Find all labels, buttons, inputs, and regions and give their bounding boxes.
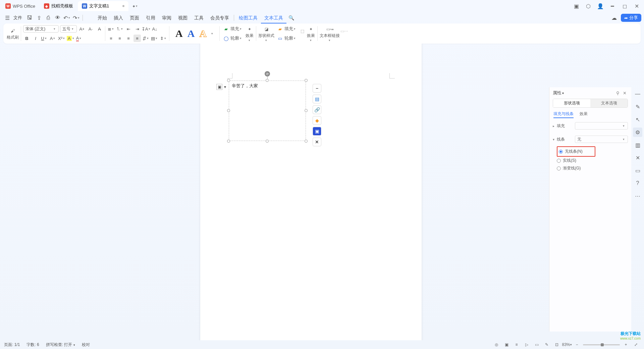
crop-button[interactable]: ▣: [313, 127, 321, 136]
tab-view[interactable]: 视图: [175, 12, 191, 23]
font-size-select[interactable]: 五号▾: [60, 25, 77, 33]
radio-gradient-line[interactable]: 渐变线(G): [557, 164, 628, 172]
edit-icon[interactable]: ✎: [633, 102, 642, 111]
fill-select[interactable]: ▾: [575, 122, 628, 130]
tab-shape-options[interactable]: 形状选项: [553, 99, 590, 107]
search-icon[interactable]: 🔍: [286, 12, 296, 23]
hamburger-icon[interactable]: ☰: [3, 13, 12, 22]
shape-style-button[interactable]: ◪ 形状样式▾: [258, 26, 274, 42]
align-justify-button[interactable]: ≡: [133, 35, 141, 42]
text-direction-button[interactable]: ↧A▾: [142, 25, 150, 33]
tools-icon[interactable]: ✕: [633, 153, 642, 162]
align-left-button[interactable]: ≡: [107, 35, 115, 42]
pin-icon[interactable]: ⚲: [614, 91, 621, 96]
rotate-handle[interactable]: ⟳: [265, 71, 270, 77]
superscript-button[interactable]: X²▾: [58, 35, 65, 42]
tab-tools[interactable]: 工具: [191, 12, 207, 23]
shape-outline-button[interactable]: ▭轮廓▾: [276, 35, 298, 42]
layers-icon[interactable]: ▥: [633, 140, 642, 150]
document-canvas[interactable]: ▣ ▾ ⟳ 辛苦了，大家 − ▤ 🔗 ◆ ▣ ✕: [0, 44, 644, 340]
status-page[interactable]: 页面: 1/1: [4, 342, 20, 348]
view-read-button[interactable]: ▷: [523, 341, 531, 348]
tab-page[interactable]: 页面: [126, 12, 143, 23]
collapse-button[interactable]: −: [313, 84, 321, 93]
resize-handle[interactable]: [305, 109, 308, 112]
wordart-more-button[interactable]: ▾: [209, 30, 215, 37]
anchor-control[interactable]: ▣ ▾: [216, 84, 227, 90]
align-right-button[interactable]: ≡: [125, 35, 132, 42]
zoom-out-button[interactable]: −: [573, 341, 581, 348]
underline-button[interactable]: U▾: [41, 35, 48, 42]
document-tab[interactable]: W 文字文稿1: [78, 1, 128, 11]
status-words[interactable]: 字数: 6: [26, 342, 39, 348]
3d-button[interactable]: ⬚: [298, 28, 307, 40]
settings-icon[interactable]: ⚙: [633, 128, 642, 137]
view-page-button[interactable]: ▣: [502, 341, 511, 348]
template-tab[interactable]: ◆ 找稻壳模板: [40, 1, 77, 11]
format-painter-button[interactable]: 🖌 格式刷: [7, 27, 19, 40]
text-effect-button[interactable]: ✦ 效果▾: [245, 26, 254, 42]
user-avatar-icon[interactable]: 👤: [594, 1, 606, 11]
font-name-select[interactable]: 宋体 (正文)▾: [23, 25, 59, 33]
fit-button[interactable]: ⊡: [553, 341, 561, 348]
resize-handle[interactable]: [266, 140, 269, 143]
wordart-preset-3[interactable]: A: [197, 28, 209, 39]
wrap-text-button[interactable]: ▤: [313, 95, 321, 103]
export-icon[interactable]: ⇪: [34, 13, 44, 22]
chevron-down-icon[interactable]: ▾: [223, 84, 227, 90]
resize-handle[interactable]: [305, 140, 308, 143]
shrink-font-button[interactable]: A-: [87, 25, 94, 33]
select-icon[interactable]: ↖: [633, 115, 642, 124]
zoom-in-button[interactable]: +: [622, 341, 630, 348]
redo-button[interactable]: ↷▾: [72, 13, 81, 22]
textbox-content[interactable]: 辛苦了，大家: [229, 81, 306, 141]
preview-icon[interactable]: 👁: [53, 13, 62, 22]
fill-section-label[interactable]: 填充: [553, 123, 565, 129]
view-tool-button[interactable]: ✎: [543, 341, 551, 348]
new-tab-button[interactable]: +▾: [129, 1, 142, 11]
line-section-label[interactable]: 线条: [553, 137, 565, 142]
wordart-preset-1[interactable]: A: [173, 28, 185, 39]
wordart-preset-2[interactable]: A: [185, 28, 197, 39]
line-select[interactable]: 无▾: [575, 136, 628, 143]
share-button[interactable]: ➦ 分享: [621, 14, 641, 22]
subtab-effect[interactable]: 效果: [580, 111, 588, 118]
undo-button[interactable]: ↶▾: [62, 13, 72, 22]
more-icon[interactable]: ⋯: [633, 191, 642, 201]
font-color-button[interactable]: A▾: [75, 35, 83, 42]
text-fill-button[interactable]: ▰填充▾: [222, 25, 244, 33]
resize-handle[interactable]: [227, 109, 230, 112]
tab-member[interactable]: 会员专享: [207, 12, 232, 23]
grow-font-button[interactable]: A+: [78, 25, 86, 33]
view-outline-button[interactable]: ≡: [513, 341, 521, 348]
status-spellcheck[interactable]: 拼写检查: 打开 ▾: [46, 342, 75, 348]
zoom-slider[interactable]: [583, 344, 620, 345]
cube-icon[interactable]: ⬡: [582, 1, 594, 11]
distribute-button[interactable]: ⇵▾: [142, 35, 150, 42]
resize-handle[interactable]: [227, 140, 230, 143]
save-icon[interactable]: 🖫: [25, 13, 34, 22]
textbox-link-button[interactable]: ▭↝ 文本框链接▾: [320, 26, 340, 42]
columns-button[interactable]: ▤▾: [151, 35, 158, 42]
selected-textbox[interactable]: ⟳ 辛苦了，大家: [229, 81, 306, 141]
tab-start[interactable]: 开始: [94, 12, 110, 23]
radio-solid-line[interactable]: 实线(S): [557, 157, 628, 164]
file-menu[interactable]: 文件: [12, 15, 23, 21]
increase-indent-button[interactable]: ⇥: [133, 25, 141, 33]
tab-draw-tools[interactable]: 绘图工具: [235, 12, 261, 23]
resize-handle[interactable]: [227, 79, 230, 82]
shape-fill-button[interactable]: ▰填充▾: [276, 25, 298, 33]
layout-icon[interactable]: ▭: [633, 166, 642, 175]
resize-handle[interactable]: [266, 79, 269, 82]
sort-button[interactable]: A↓: [151, 25, 158, 33]
tools-button[interactable]: ✕: [313, 138, 321, 146]
focus-mode-button[interactable]: ◎: [492, 341, 500, 348]
line-spacing-button[interactable]: ⇕▾: [160, 35, 167, 42]
break-link-button[interactable]: ▭⋯: [340, 28, 348, 40]
view-web-button[interactable]: ▭: [533, 341, 541, 348]
status-proof[interactable]: 校对: [82, 342, 90, 348]
zoom-knob[interactable]: [601, 343, 604, 346]
tab-text-options[interactable]: 文本选项: [590, 99, 628, 107]
cloud-icon[interactable]: ☁: [609, 13, 619, 22]
bold-button[interactable]: B: [23, 35, 31, 42]
